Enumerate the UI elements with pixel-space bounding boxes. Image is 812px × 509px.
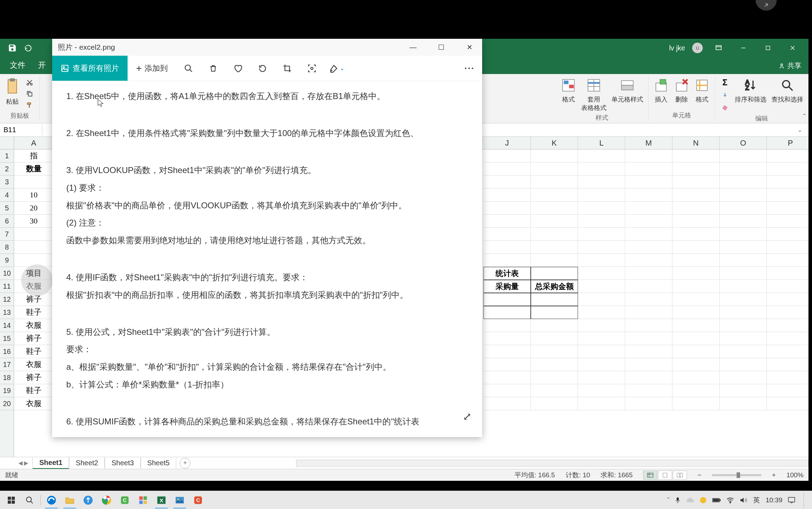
- rotate-button[interactable]: [250, 56, 275, 81]
- ribbon-display-button[interactable]: [710, 41, 727, 55]
- cell[interactable]: 总采购金额: [531, 280, 578, 293]
- cell[interactable]: [625, 215, 672, 228]
- row-header[interactable]: 5: [0, 202, 14, 215]
- cell[interactable]: [578, 228, 625, 241]
- cell[interactable]: [672, 371, 720, 384]
- cell[interactable]: 裤子: [14, 332, 54, 345]
- cell[interactable]: [720, 149, 767, 162]
- cell[interactable]: [625, 254, 672, 267]
- cell[interactable]: [672, 176, 720, 189]
- cell[interactable]: 衣服: [14, 319, 54, 332]
- cell[interactable]: [720, 371, 767, 384]
- cell[interactable]: [767, 319, 808, 332]
- cell[interactable]: 衣服: [14, 397, 54, 410]
- col-header[interactable]: K: [531, 137, 578, 149]
- cell[interactable]: [578, 319, 625, 332]
- tray-ime[interactable]: 英: [753, 496, 760, 505]
- cell[interactable]: [625, 202, 672, 215]
- col-header[interactable]: P: [767, 137, 808, 149]
- cell[interactable]: [767, 358, 808, 371]
- tray-time[interactable]: 10:39: [765, 496, 782, 504]
- cell[interactable]: 数量: [14, 162, 54, 176]
- cell[interactable]: [672, 228, 720, 241]
- cell[interactable]: [767, 202, 808, 215]
- cell[interactable]: [625, 176, 672, 189]
- cell[interactable]: [578, 306, 625, 319]
- cell[interactable]: [531, 345, 578, 358]
- share-button[interactable]: 共享: [771, 57, 808, 74]
- cell[interactable]: [578, 215, 625, 228]
- cell[interactable]: [484, 149, 531, 162]
- row-header[interactable]: 10: [0, 267, 14, 280]
- cell[interactable]: [531, 254, 578, 267]
- cell[interactable]: [484, 397, 531, 410]
- cell[interactable]: [625, 162, 672, 176]
- cell[interactable]: [625, 371, 672, 384]
- cell[interactable]: [767, 254, 808, 267]
- horizontal-scrollbar[interactable]: [296, 460, 808, 467]
- cell[interactable]: [484, 371, 531, 384]
- search-button[interactable]: [20, 492, 39, 509]
- cell[interactable]: 鞋子: [14, 306, 54, 319]
- row-header[interactable]: 17: [0, 358, 14, 371]
- cell[interactable]: [484, 254, 531, 267]
- cell[interactable]: 统计表: [484, 267, 531, 280]
- task-store[interactable]: [134, 492, 152, 509]
- row-header[interactable]: 13: [0, 306, 14, 319]
- minimize-button[interactable]: [734, 41, 752, 55]
- photos-minimize[interactable]: —: [406, 42, 420, 53]
- cell[interactable]: [578, 358, 625, 371]
- name-box[interactable]: B11: [0, 124, 42, 135]
- tab-file[interactable]: 文件: [4, 56, 32, 74]
- collapse-handle[interactable]: [756, 0, 777, 11]
- col-header[interactable]: J: [484, 137, 531, 149]
- edit-button[interactable]: ⌄: [324, 56, 349, 81]
- cell[interactable]: 裤子: [14, 371, 54, 384]
- close-button[interactable]: [784, 41, 801, 55]
- cell[interactable]: [672, 358, 720, 371]
- formula-expand-button[interactable]: ⌄: [794, 127, 805, 133]
- search-visual-button[interactable]: [300, 56, 324, 81]
- cell[interactable]: [531, 162, 578, 176]
- cell[interactable]: [720, 215, 767, 228]
- cell[interactable]: [531, 202, 578, 215]
- tray-notifications[interactable]: [788, 497, 795, 503]
- cell[interactable]: [672, 332, 720, 345]
- cut-button[interactable]: [25, 78, 35, 87]
- cell[interactable]: [578, 267, 625, 280]
- collapse-ribbon-button[interactable]: ˆ: [803, 112, 806, 122]
- cell[interactable]: [672, 202, 720, 215]
- sheet-tab-5[interactable]: Sheet5: [141, 458, 176, 468]
- save-button[interactable]: [4, 41, 21, 55]
- cell[interactable]: [720, 228, 767, 241]
- format-painter-button[interactable]: [25, 100, 35, 110]
- view-normal[interactable]: [643, 471, 657, 480]
- cell[interactable]: [672, 280, 720, 293]
- row-header[interactable]: 2: [0, 162, 14, 176]
- zoom-slider[interactable]: [712, 474, 761, 476]
- cell[interactable]: [720, 267, 767, 280]
- zoom-out[interactable]: −: [697, 471, 701, 479]
- task-photos[interactable]: [171, 492, 189, 509]
- cell[interactable]: [531, 189, 578, 202]
- cell[interactable]: [767, 332, 808, 345]
- cell[interactable]: [578, 202, 625, 215]
- task-explorer[interactable]: [61, 492, 79, 509]
- cell[interactable]: [484, 384, 531, 397]
- cell[interactable]: [625, 267, 672, 280]
- cell[interactable]: [531, 176, 578, 189]
- cell[interactable]: [767, 267, 808, 280]
- cell[interactable]: [720, 397, 767, 410]
- sheet-tab-1[interactable]: Sheet1: [32, 457, 69, 469]
- tray-expand[interactable]: ˆ: [667, 496, 669, 504]
- add-sheet-button[interactable]: +: [180, 458, 190, 468]
- row-header[interactable]: 18: [0, 371, 14, 384]
- cell[interactable]: [14, 241, 54, 254]
- cell[interactable]: [578, 254, 625, 267]
- sort-filter-button[interactable]: AZ 排序和筛选: [735, 78, 767, 104]
- photos-titlebar[interactable]: 照片 - excel2.png — ☐ ✕: [52, 39, 482, 56]
- cell[interactable]: [625, 397, 672, 410]
- cell[interactable]: [625, 149, 672, 162]
- zoom-in[interactable]: +: [772, 471, 776, 479]
- task-app3[interactable]: C: [189, 492, 207, 509]
